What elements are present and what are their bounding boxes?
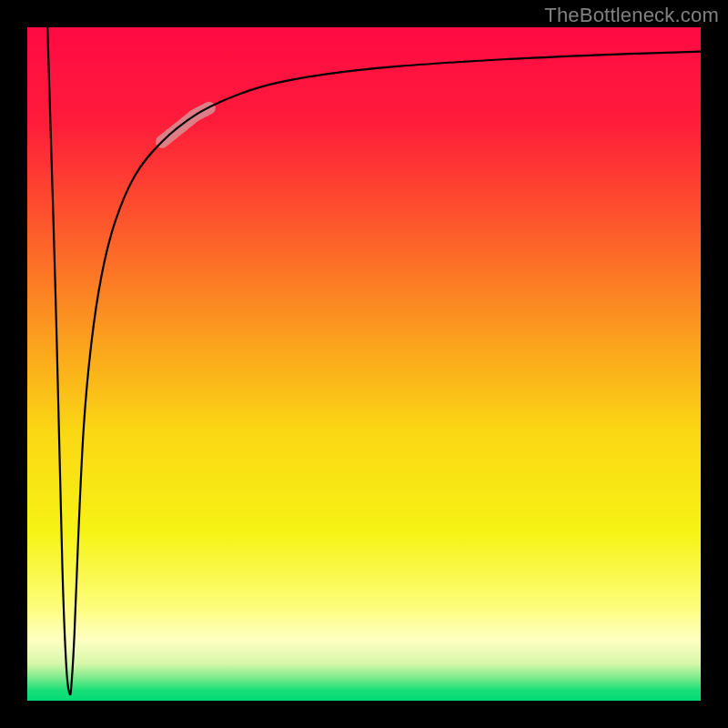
watermark-text: TheBottleneck.com	[544, 4, 719, 27]
plot-background-gradient	[27, 27, 701, 701]
chart-stage: TheBottleneck.com	[0, 0, 728, 728]
bottleneck-chart	[0, 0, 728, 728]
